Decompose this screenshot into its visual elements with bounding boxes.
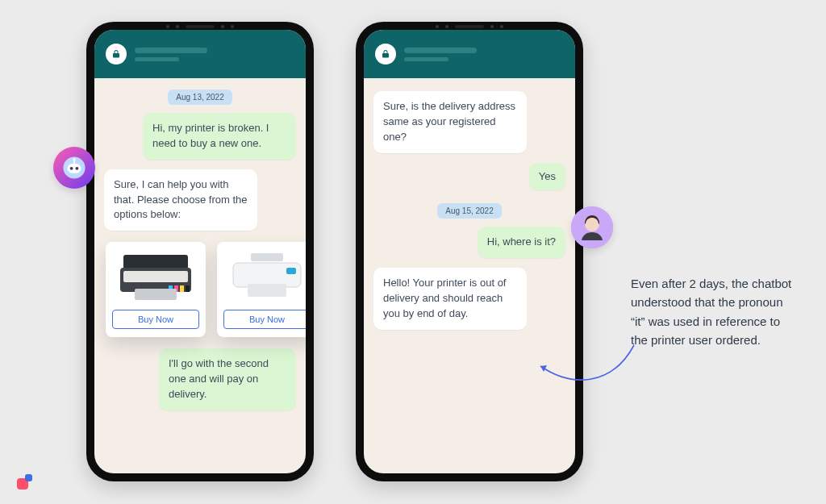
bot-message: Sure, is the delivery address same as yo… xyxy=(373,91,527,153)
phone-left: Aug 13, 2022 Hi, my printer is broken. I… xyxy=(86,22,314,481)
annotation-text: Even after 2 days, the chatbot understoo… xyxy=(631,274,800,349)
svg-rect-12 xyxy=(248,284,286,297)
chatbot-avatar xyxy=(53,147,95,189)
user-message: Yes xyxy=(529,163,565,191)
phone-left-screen: Aug 13, 2022 Hi, my printer is broken. I… xyxy=(94,30,306,473)
messages-right: Sure, is the delivery address same as yo… xyxy=(364,78,575,473)
bot-message: Sure, I can help you with that. Please c… xyxy=(104,169,257,231)
svg-rect-5 xyxy=(180,285,184,292)
svg-point-15 xyxy=(70,167,73,170)
svg-rect-9 xyxy=(233,263,301,287)
messages-left: Aug 13, 2022 Hi, my printer is broken. I… xyxy=(94,78,306,473)
buy-now-button-2[interactable]: Buy Now xyxy=(223,310,306,329)
chat-header xyxy=(364,30,575,78)
svg-rect-7 xyxy=(135,289,177,300)
lock-icon xyxy=(381,49,390,59)
printer-image-1 xyxy=(112,248,199,305)
contact-name-placeholder xyxy=(135,48,294,61)
svg-rect-11 xyxy=(286,268,296,274)
svg-point-16 xyxy=(75,167,78,170)
illustration-stage: Aug 13, 2022 Hi, my printer is broken. I… xyxy=(0,0,826,504)
phone-right: Sure, is the delivery address same as yo… xyxy=(356,22,583,481)
date-chip: Aug 15, 2022 xyxy=(437,203,502,219)
svg-rect-14 xyxy=(68,164,81,173)
phone-notch xyxy=(436,25,503,28)
contact-avatar xyxy=(106,44,127,65)
svg-rect-8 xyxy=(251,253,283,261)
product-card-1[interactable]: Buy Now xyxy=(106,242,206,337)
lock-icon xyxy=(111,49,121,59)
user-message: Hi, where is it? xyxy=(478,227,565,258)
svg-rect-22 xyxy=(25,474,32,481)
contact-name-placeholder xyxy=(404,48,564,61)
brand-logo-icon xyxy=(16,473,34,491)
phone-right-screen: Sure, is the delivery address same as yo… xyxy=(364,30,575,473)
printer-image-2 xyxy=(223,248,306,305)
svg-point-18 xyxy=(73,158,75,160)
bot-message: Hello! Your printer is out of delivery a… xyxy=(373,268,527,330)
svg-rect-0 xyxy=(123,255,188,269)
buy-now-button-1[interactable]: Buy Now xyxy=(112,310,199,329)
product-options: Buy Now Bu xyxy=(104,242,306,337)
contact-avatar xyxy=(375,44,396,65)
svg-rect-6 xyxy=(186,285,190,292)
human-avatar xyxy=(571,206,613,248)
user-message: I'll go with the second one and will pay… xyxy=(159,348,296,410)
phone-notch xyxy=(166,25,234,28)
svg-rect-2 xyxy=(123,271,188,282)
date-chip: Aug 13, 2022 xyxy=(168,90,232,105)
chat-header xyxy=(94,30,306,78)
product-card-2[interactable]: Buy Now xyxy=(217,242,306,337)
user-message: Hi, my printer is broken. I need to buy … xyxy=(143,113,296,160)
